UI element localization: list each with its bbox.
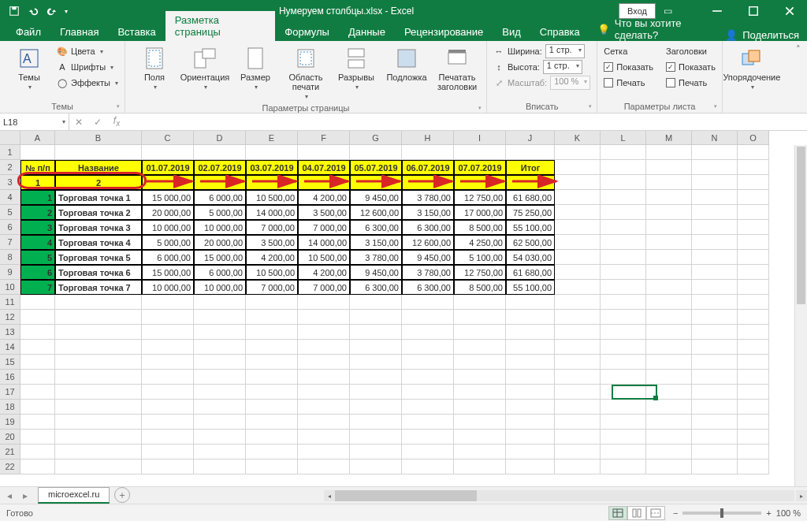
sheet-tab[interactable]: microexcel.ru [38, 487, 110, 504]
tab-справка[interactable]: Справка [530, 23, 589, 41]
row-18[interactable]: 18 [0, 400, 20, 415]
size-button[interactable]: Размер▾ [232, 44, 278, 92]
vertical-scrollbar[interactable] [794, 145, 807, 486]
row-12[interactable]: 12 [0, 310, 20, 325]
col-J[interactable]: J [506, 131, 555, 145]
theme-effects[interactable]: ◯Эффекты▾ [57, 76, 118, 90]
svg-rect-12 [248, 48, 262, 69]
gridlines-view-check[interactable]: Показать [604, 60, 653, 74]
column-headers[interactable]: ABCDEFGHIJKLMNO [20, 131, 769, 145]
col-N[interactable]: N [692, 131, 738, 145]
tab-разметка страницы[interactable]: Разметка страницы [165, 11, 276, 41]
row-10[interactable]: 10 [0, 280, 20, 295]
zoom-slider[interactable] [682, 512, 761, 515]
horizontal-scrollbar[interactable]: ◂ ▸ [130, 487, 807, 504]
undo-icon[interactable] [25, 3, 41, 19]
margins-button[interactable]: Поля▾ [132, 44, 177, 92]
row-6[interactable]: 6 [0, 220, 20, 235]
row-20[interactable]: 20 [0, 430, 20, 445]
row-22[interactable]: 22 [0, 459, 20, 474]
col-B[interactable]: B [55, 131, 142, 145]
svg-text:A: A [23, 52, 32, 65]
row-9[interactable]: 9 [0, 265, 20, 280]
view-page-break-button[interactable] [646, 506, 665, 520]
headings-print-check[interactable]: Печать [666, 76, 716, 90]
status-bar: Готово − + 100 % [0, 504, 807, 521]
svg-rect-19 [448, 50, 466, 53]
row-1[interactable]: 1 [0, 145, 20, 160]
col-O[interactable]: O [738, 131, 769, 145]
row-5[interactable]: 5 [0, 205, 20, 220]
collapse-ribbon-icon[interactable]: ˄ [790, 41, 807, 113]
col-D[interactable]: D [194, 131, 246, 145]
orientation-button[interactable]: Ориентация▾ [182, 44, 228, 92]
view-normal-button[interactable] [608, 506, 627, 520]
ribbon-options-icon[interactable]: ▭ [664, 6, 698, 17]
maximize-button[interactable] [736, 0, 771, 22]
themes-button[interactable]: A Темы▾ [6, 44, 52, 92]
zoom-in-button[interactable]: + [766, 508, 771, 518]
col-G[interactable]: G [350, 131, 402, 145]
view-page-layout-button[interactable] [627, 506, 646, 520]
col-F[interactable]: F [298, 131, 350, 145]
tab-формулы[interactable]: Формулы [275, 23, 339, 41]
name-box[interactable]: L18 [0, 113, 69, 130]
row-3[interactable]: 3 [0, 175, 20, 190]
row-13[interactable]: 13 [0, 325, 20, 340]
fit-height-combo[interactable]: 1 стр. [543, 60, 582, 74]
save-icon[interactable] [6, 3, 22, 19]
zoom-out-button[interactable]: − [673, 508, 678, 518]
tab-вид[interactable]: Вид [493, 23, 530, 41]
col-I[interactable]: I [454, 131, 506, 145]
tab-вставка[interactable]: Вставка [108, 23, 165, 41]
row-8[interactable]: 8 [0, 250, 20, 265]
width-icon: ↔ [493, 46, 504, 57]
row-11[interactable]: 11 [0, 295, 20, 310]
row-17[interactable]: 17 [0, 385, 20, 400]
breaks-button[interactable]: Разрывы▾ [333, 44, 379, 92]
tell-me[interactable]: 💡 Что вы хотите сделать? [597, 17, 725, 41]
tab-scroll-first[interactable]: ◂ [3, 489, 16, 502]
col-C[interactable]: C [142, 131, 194, 145]
col-K[interactable]: K [555, 131, 601, 145]
row-7[interactable]: 7 [0, 235, 20, 250]
window-title: Нумеруем столбцы.xlsx - Excel [74, 6, 619, 17]
gridlines-print-check[interactable]: Печать [604, 76, 653, 90]
row-15[interactable]: 15 [0, 355, 20, 370]
tab-главная[interactable]: Главная [50, 23, 108, 41]
login-button[interactable]: Вход [619, 3, 656, 19]
col-H[interactable]: H [402, 131, 454, 145]
col-M[interactable]: M [646, 131, 692, 145]
headings-view-check[interactable]: Показать [666, 60, 716, 74]
tab-файл[interactable]: Файл [6, 23, 50, 41]
zoom-level[interactable]: 100 % [776, 508, 801, 518]
theme-fonts[interactable]: AШрифты▾ [57, 60, 118, 74]
row-21[interactable]: 21 [0, 445, 20, 459]
redo-icon[interactable] [44, 3, 60, 19]
row-2[interactable]: 2 [0, 160, 20, 175]
tab-рецензирование[interactable]: Рецензирование [395, 23, 493, 41]
fit-width-combo[interactable]: 1 стр. [545, 44, 585, 58]
row-16[interactable]: 16 [0, 370, 20, 385]
share-button[interactable]: 👤 Поделиться [725, 29, 799, 41]
row-19[interactable]: 19 [0, 415, 20, 430]
background-button[interactable]: Подложка [384, 44, 430, 84]
theme-colors[interactable]: 🎨Цвета▾ [57, 44, 118, 58]
tab-данные[interactable]: Данные [339, 23, 395, 41]
print-titles-button[interactable]: Печатать заголовки [434, 44, 480, 93]
row-headers[interactable]: 12345678910111213141516171819202122 [0, 145, 20, 474]
new-sheet-button[interactable]: ＋ [114, 487, 130, 503]
svg-rect-16 [348, 60, 364, 68]
col-E[interactable]: E [246, 131, 298, 145]
row-4[interactable]: 4 [0, 190, 20, 205]
print-area-button[interactable]: Область печати▾ [283, 44, 329, 102]
fx-icon[interactable]: fx [107, 115, 126, 128]
row-14[interactable]: 14 [0, 340, 20, 355]
select-all-corner[interactable] [0, 131, 20, 145]
col-A[interactable]: A [20, 131, 55, 145]
spreadsheet-grid[interactable]: ABCDEFGHIJKLMNO 123456789101112131415161… [0, 131, 807, 486]
arrange-button[interactable]: Упорядочение▾ [729, 44, 775, 92]
tab-scroll-prev[interactable]: ▸ [19, 489, 32, 502]
close-button[interactable] [772, 0, 807, 22]
col-L[interactable]: L [601, 131, 646, 145]
